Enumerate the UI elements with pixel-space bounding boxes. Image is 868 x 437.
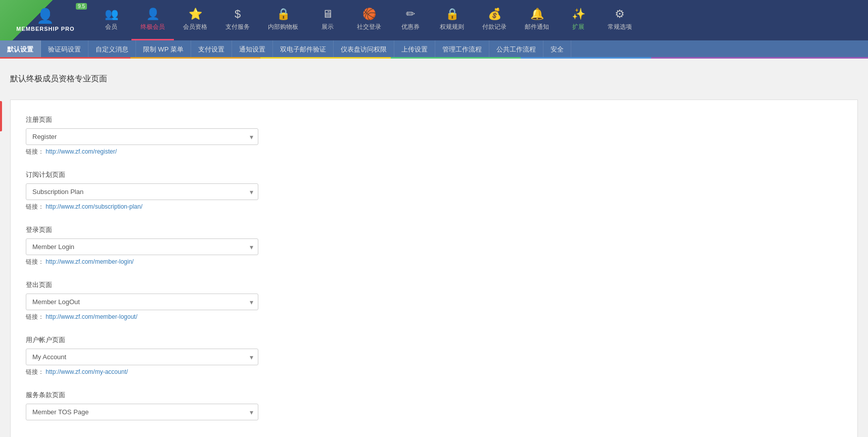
link-text-register: 链接： http://www.zf.com/register/ [26, 148, 842, 156]
subnav-item-public-workflow[interactable]: 公共工作流程 [489, 40, 543, 59]
members-label: 会员 [105, 23, 117, 31]
select-wrapper-tos: Member TOS Page [26, 404, 258, 420]
nav-item-email-notify[interactable]: 🔔 邮件通知 [516, 0, 558, 40]
section-label-subscription-plan: 订阅计划页面 [26, 170, 842, 179]
section-label-account: 用户帐户页面 [26, 335, 842, 345]
section-label-login: 登录页面 [26, 225, 842, 234]
logo-area: 👤 MEMBERSHIP PRO 9.5 [0, 0, 91, 40]
subnav-item-dashboard-access[interactable]: 仪表盘访问权限 [334, 40, 394, 59]
extend-icon: ✨ [572, 8, 585, 21]
shopping-cart-label: 内部购物板 [268, 23, 298, 31]
subnav-item-verification-settings[interactable]: 验证码设置 [41, 40, 88, 59]
subnav-item-security[interactable]: 安全 [543, 40, 571, 59]
nav-item-ultimate-member[interactable]: 👤 终极会员 [131, 0, 174, 40]
nav-item-coupons[interactable]: ✏ 优惠券 [390, 0, 431, 40]
select-account[interactable]: My Account [26, 349, 258, 365]
link-anchor-account[interactable]: http://www.zf.com/my-account/ [45, 368, 128, 375]
select-wrapper-logout: Member LogOut [26, 294, 258, 310]
link-anchor-logout[interactable]: http://www.zf.com/member-logout/ [45, 313, 137, 320]
ultimate-member-label: 终极会员 [141, 23, 165, 31]
payment-icon: $ [235, 8, 241, 21]
social-login-icon: 🏀 [362, 8, 376, 21]
rules-label: 权规规则 [440, 23, 464, 31]
email-notify-icon: 🔔 [530, 8, 544, 21]
section-label-logout: 登出页面 [26, 280, 842, 289]
member-level-label: 会员资格 [183, 23, 207, 31]
link-text-subscription-plan: 链接： http://www.zf.com/subscription-plan/ [26, 203, 842, 211]
nav-item-shopping-cart[interactable]: 🔒 内部购物板 [259, 0, 307, 40]
subnav-item-upload-settings[interactable]: 上传设置 [394, 40, 435, 59]
select-wrapper-subscription-plan: Subscription Plan [26, 183, 258, 200]
settings-label: 常规选项 [608, 23, 632, 31]
top-nav: 👤 MEMBERSHIP PRO 9.5 👥 会员 👤 终极会员 ⭐ 会员资格 … [0, 0, 868, 40]
section-label-register: 注册页面 [26, 115, 842, 124]
link-anchor-register[interactable]: http://www.zf.com/register/ [45, 148, 117, 155]
payment-label: 支付服务 [225, 23, 250, 31]
select-register[interactable]: Register [26, 128, 258, 145]
settings-icon: ⚙ [615, 8, 625, 21]
nav-item-payments-log[interactable]: 💰 付款记录 [473, 0, 516, 40]
social-login-label: 社交登录 [357, 23, 381, 31]
subnav-item-limit-wp-menu[interactable]: 限制 WP 菜单 [136, 40, 191, 59]
nav-item-payment[interactable]: $ 支付服务 [216, 0, 259, 40]
ultimate-member-icon: 👤 [146, 8, 160, 21]
display-icon: 🖥 [322, 8, 333, 21]
form-section-account: 用户帐户页面My Account链接： http://www.zf.com/my… [26, 335, 842, 376]
rules-icon: 🔒 [445, 8, 459, 21]
select-login[interactable]: Member Login [26, 238, 258, 255]
link-text-account: 链接： http://www.zf.com/my-account/ [26, 368, 842, 376]
subnav-item-notification-settings[interactable]: 通知设置 [232, 40, 273, 59]
coupons-icon: ✏ [406, 8, 415, 21]
payments-log-icon: 💰 [488, 8, 501, 21]
subnav-item-admin-workflow[interactable]: 管理工作流程 [435, 40, 489, 59]
select-tos[interactable]: Member TOS Page [26, 404, 258, 420]
email-notify-label: 邮件通知 [525, 23, 549, 31]
members-icon: 👥 [105, 8, 118, 21]
page-title: 默认终极成员资格专业页面 [10, 69, 858, 89]
nav-item-social-login[interactable]: 🏀 社交登录 [348, 0, 390, 40]
logo-version: 9.5 [76, 3, 87, 10]
member-level-icon: ⭐ [189, 8, 202, 21]
link-anchor-login[interactable]: http://www.zf.com/member-login/ [45, 258, 133, 265]
link-text-logout: 链接： http://www.zf.com/member-logout/ [26, 313, 842, 321]
select-wrapper-account: My Account [26, 349, 258, 365]
extend-label: 扩展 [572, 23, 584, 31]
form-container: 注册页面Register链接： http://www.zf.com/regist… [10, 100, 858, 437]
form-section-tos: 服务条款页面Member TOS Page [26, 391, 842, 420]
nav-item-settings[interactable]: ⚙ 常规选项 [599, 0, 641, 40]
subnav-item-payment-settings[interactable]: 支付设置 [191, 40, 232, 59]
nav-items: 👥 会员 👤 终极会员 ⭐ 会员资格 $ 支付服务 🔒 内部购物板 🖥 展示 🏀… [91, 0, 868, 40]
form-section-logout: 登出页面Member LogOut链接： http://www.zf.com/m… [26, 280, 842, 321]
form-section-subscription-plan: 订阅计划页面Subscription Plan链接： http://www.zf… [26, 170, 842, 211]
select-wrapper-login: Member Login [26, 238, 258, 255]
nav-item-member-level[interactable]: ⭐ 会员资格 [174, 0, 216, 40]
subnav-item-default-settings[interactable]: 默认设置 [0, 40, 41, 59]
sub-nav: 默认设置验证码设置自定义消息限制 WP 菜单支付设置通知设置双电子邮件验证仪表盘… [0, 40, 868, 59]
subnav-item-two-email-verify[interactable]: 双电子邮件验证 [273, 40, 334, 59]
accent-bar [0, 101, 2, 131]
nav-item-rules[interactable]: 🔒 权规规则 [431, 0, 473, 40]
display-label: 展示 [322, 23, 334, 31]
section-label-tos: 服务条款页面 [26, 391, 842, 400]
coupons-label: 优惠券 [401, 23, 420, 31]
subnav-item-custom-message[interactable]: 自定义消息 [88, 40, 136, 59]
shopping-cart-icon: 🔒 [277, 8, 290, 21]
link-anchor-subscription-plan[interactable]: http://www.zf.com/subscription-plan/ [45, 203, 142, 210]
logo-text: 👤 MEMBERSHIP PRO [16, 8, 74, 33]
select-wrapper-register: Register [26, 128, 258, 145]
nav-item-extend[interactable]: ✨ 扩展 [558, 0, 599, 40]
form-section-register: 注册页面Register链接： http://www.zf.com/regist… [26, 115, 842, 156]
main-content: 默认终极成员资格专业页面 注册页面Register链接： http://www.… [0, 59, 868, 437]
nav-item-members[interactable]: 👥 会员 [91, 0, 131, 40]
form-section-login: 登录页面Member Login链接： http://www.zf.com/me… [26, 225, 842, 266]
select-logout[interactable]: Member LogOut [26, 294, 258, 310]
select-subscription-plan[interactable]: Subscription Plan [26, 183, 258, 200]
payments-log-label: 付款记录 [482, 23, 507, 31]
nav-item-display[interactable]: 🖥 展示 [307, 0, 348, 40]
link-text-login: 链接： http://www.zf.com/member-login/ [26, 258, 842, 266]
